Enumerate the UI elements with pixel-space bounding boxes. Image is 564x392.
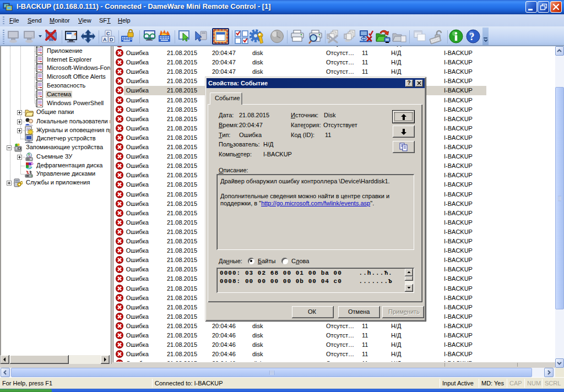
svg-text:?: ? (469, 31, 475, 42)
svg-text:C: C (106, 31, 110, 36)
svg-text:A: A (103, 37, 107, 42)
svg-text:D: D (110, 37, 113, 42)
